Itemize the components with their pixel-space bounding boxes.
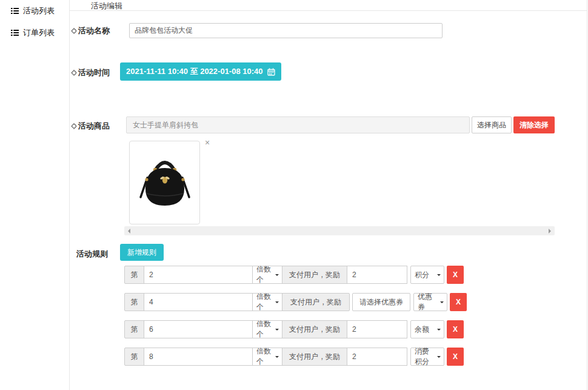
scroll-left-icon[interactable] bbox=[128, 229, 130, 234]
activity-product-label: 活动商品 bbox=[70, 116, 120, 132]
date-range-button[interactable]: 2021-11-11 10:40 至 2022-01-08 10:40 bbox=[120, 62, 281, 81]
rule-reward-label: 支付用户，奖励 bbox=[282, 348, 347, 366]
delete-rule-button[interactable]: X bbox=[447, 320, 464, 338]
date-range-text: 2021-11-11 10:40 至 2022-01-08 10:40 bbox=[126, 66, 263, 77]
delete-rule-button[interactable]: X bbox=[447, 348, 464, 366]
activity-name-label: 活动名称 bbox=[70, 23, 120, 36]
chevron-down-icon bbox=[437, 356, 441, 360]
scroll-right-icon[interactable] bbox=[549, 229, 551, 234]
rule-count-input[interactable] bbox=[144, 348, 253, 366]
product-name-input[interactable] bbox=[126, 116, 470, 133]
chevron-down-icon bbox=[275, 356, 279, 360]
rule-prefix-label: 第 bbox=[124, 266, 144, 284]
gear-icon bbox=[71, 123, 77, 129]
sidebar-item-activity-list[interactable]: 活动列表 bbox=[0, 5, 69, 17]
rule-row-4: 第 倍数个 支付用户，奖励 消费积分 X bbox=[124, 348, 467, 366]
activity-product-row: 活动商品 选择商品 清除选择 bbox=[70, 116, 587, 235]
remove-product-icon[interactable]: × bbox=[205, 138, 210, 147]
rule-reward-label: 支付用户，奖励 bbox=[282, 293, 350, 311]
rule-reward-input[interactable] bbox=[347, 348, 407, 366]
rule-count-input[interactable] bbox=[144, 293, 253, 311]
sidebar-item-label: 活动列表 bbox=[23, 5, 55, 16]
rule-unit-select[interactable]: 倍数个 bbox=[252, 348, 282, 366]
rule-unit-select[interactable]: 倍数个 bbox=[252, 293, 282, 311]
chevron-down-icon bbox=[440, 301, 444, 305]
gear-icon bbox=[71, 28, 77, 34]
chevron-down-icon bbox=[437, 274, 441, 278]
sidebar: 活动列表 订单列表 bbox=[0, 0, 70, 390]
chevron-down-icon bbox=[275, 329, 279, 332]
rule-type-select[interactable]: 消费积分 bbox=[410, 348, 444, 366]
list-icon bbox=[11, 8, 19, 14]
clear-selection-button[interactable]: 清除选择 bbox=[513, 116, 555, 133]
rule-rows: 第 倍数个 支付用户，奖励 积分 X 第 bbox=[124, 266, 467, 366]
rule-type-select[interactable]: 余额 bbox=[410, 320, 444, 338]
sidebar-item-order-list[interactable]: 订单列表 bbox=[0, 27, 69, 39]
chevron-down-icon bbox=[275, 274, 279, 278]
horizontal-scrollbar[interactable] bbox=[124, 226, 555, 235]
rule-reward-label: 支付用户，奖励 bbox=[282, 266, 347, 284]
rule-prefix-label: 第 bbox=[124, 320, 144, 338]
add-rule-button[interactable]: 新增规则 bbox=[120, 244, 164, 261]
product-thumbnails: × bbox=[126, 141, 555, 224]
rule-count-input[interactable] bbox=[144, 320, 253, 338]
activity-rules-row: 活动规则 新增规则 第 倍数个 支付用户，奖励 积分 bbox=[70, 244, 587, 375]
rule-unit-select[interactable]: 倍数个 bbox=[252, 320, 282, 338]
rules-control: 新增规则 第 倍数个 支付用户，奖励 积分 X bbox=[120, 244, 467, 375]
chevron-down-icon bbox=[437, 329, 441, 332]
rule-prefix-label: 第 bbox=[124, 293, 144, 311]
page-title: 活动编辑 bbox=[70, 0, 587, 11]
rule-row-1: 第 倍数个 支付用户，奖励 积分 X bbox=[124, 266, 467, 284]
rule-count-input[interactable] bbox=[144, 266, 253, 284]
choose-product-button[interactable]: 选择商品 bbox=[472, 116, 512, 133]
rule-type-select[interactable]: 优惠券 bbox=[413, 293, 447, 311]
chevron-down-icon bbox=[275, 301, 279, 305]
activity-time-row: 活动时间 2021-11-11 10:40 至 2022-01-08 10:40 bbox=[70, 62, 587, 81]
rule-type-select[interactable]: 积分 bbox=[410, 266, 444, 284]
handbag-image bbox=[137, 150, 193, 215]
rule-unit-select[interactable]: 倍数个 bbox=[252, 266, 282, 284]
rule-row-2: 第 倍数个 支付用户，奖励 请选择优惠券 优惠券 X bbox=[124, 293, 467, 311]
product-card bbox=[129, 141, 200, 224]
activity-name-input[interactable] bbox=[129, 23, 443, 38]
gear-icon bbox=[71, 70, 77, 76]
delete-rule-button[interactable]: X bbox=[450, 293, 467, 311]
product-control: 选择商品 清除选择 bbox=[126, 116, 555, 235]
main-content: 活动编辑 活动名称 活动时间 bbox=[70, 0, 587, 390]
rule-reward-input[interactable] bbox=[347, 320, 407, 338]
activity-name-row: 活动名称 bbox=[70, 23, 587, 38]
activity-time-label: 活动时间 bbox=[70, 62, 120, 78]
choose-coupon-button[interactable]: 请选择优惠券 bbox=[352, 293, 410, 311]
rule-reward-label: 支付用户，奖励 bbox=[282, 320, 347, 338]
list-icon bbox=[11, 30, 19, 36]
activity-rules-label: 活动规则 bbox=[70, 244, 120, 260]
sidebar-item-label: 订单列表 bbox=[23, 27, 55, 38]
calendar-icon bbox=[267, 68, 275, 76]
rule-reward-input[interactable] bbox=[347, 266, 407, 284]
rule-prefix-label: 第 bbox=[124, 348, 144, 366]
rule-row-3: 第 倍数个 支付用户，奖励 余额 X bbox=[124, 320, 467, 338]
delete-rule-button[interactable]: X bbox=[447, 266, 464, 284]
